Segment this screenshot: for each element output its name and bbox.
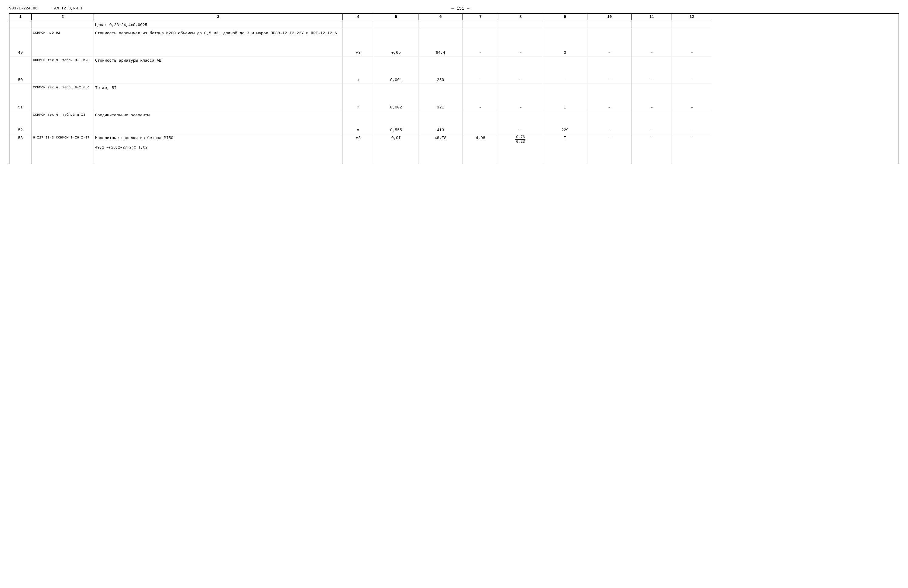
col-header-3: 3	[94, 14, 343, 20]
fraction-value: 0,76 0,23	[515, 135, 525, 144]
table-row: 53 6-I27 I3-3 ССНМСМ I-I6 I-I7 Монолитны…	[10, 133, 898, 164]
table-row: 5I ССНМСМ тех.ч. табл. 8-I п.6 То же, BI…	[10, 84, 898, 111]
doc-subtitle: .Ал.I2.3,кн.I	[52, 6, 82, 11]
table-row: 50 ССНМСМ тех.ч. табл. 3-I п.3 Стоимость…	[10, 56, 898, 84]
col-header-11: 11	[632, 14, 672, 20]
row-52-col11: –	[632, 111, 672, 133]
row-49-col7: –	[463, 29, 498, 56]
col-header-12: 12	[672, 14, 712, 20]
row-50-col7: –	[463, 56, 498, 84]
row-53-col8-fraction: 0,76 0,23	[498, 133, 543, 164]
row-53-col9: I	[543, 133, 588, 164]
row-49-col12: –	[672, 29, 712, 56]
row-52-col8: –	[498, 111, 543, 133]
row-51-num: 5I	[10, 84, 32, 111]
row-49-col11: –	[632, 29, 672, 56]
doc-number-left: 903-I-224.86 .Ал.I2.3,кн.I	[9, 6, 83, 11]
row-49-col10: –	[588, 29, 632, 56]
row-51-code: ССНМСМ тех.ч. табл. 8-I п.6	[32, 84, 94, 111]
row-51-col7: –	[463, 84, 498, 111]
row-51-col5: 0,002	[374, 84, 419, 111]
col-header-9: 9	[543, 14, 588, 20]
price-note-row: Цена: 0,23+24,4x0,0025	[10, 20, 898, 29]
row-53-col6: 48,I8	[419, 133, 463, 164]
row-52-unit: »	[343, 111, 374, 133]
row-51-col9: I	[543, 84, 588, 111]
row-49-unit: м3	[343, 29, 374, 56]
row-52-num: 52	[10, 111, 32, 133]
row-49-desc: Стоимость перемычек из бетона М200 объём…	[94, 29, 343, 56]
row-53-col5: 0,0I	[374, 133, 419, 164]
table-row: 49 ССНМСМ п.9-92 Стоимость перемычек из …	[10, 29, 898, 56]
row-53-num: 53	[10, 133, 32, 164]
fraction-top: 0,76	[515, 135, 525, 140]
row-50-code: ССНМСМ тех.ч. табл. 3-I п.3	[32, 56, 94, 84]
row-52-col6: 4I3	[419, 111, 463, 133]
row-52-desc: Соединительные элементы	[94, 111, 343, 133]
row-49-col9: 3	[543, 29, 588, 56]
row-50-desc: Стоимость арматуры класса АШ	[94, 56, 343, 84]
row-50-unit: т	[343, 56, 374, 84]
row-51-desc: То же, BI	[94, 84, 343, 111]
row-53-desc: Монолитные заделки из бетона МI50 49,2 –…	[94, 133, 343, 164]
row-49-col5: 0,05	[374, 29, 419, 56]
col-header-6: 6	[419, 14, 463, 20]
price-note: Цена: 0,23+24,4x0,0025	[94, 20, 343, 29]
col-header-10: 10	[588, 14, 632, 20]
row-50-num: 50	[10, 56, 32, 84]
row-52-col5: 0,555	[374, 111, 419, 133]
row-51-col12: –	[672, 84, 712, 111]
row-50-col12: –	[672, 56, 712, 84]
row-51-col8: –	[498, 84, 543, 111]
page-wrapper: 903-I-224.86 .Ал.I2.3,кн.I — 151 — 1 2 3…	[9, 6, 899, 164]
row-52-col12: –	[672, 111, 712, 133]
page-header: 903-I-224.86 .Ал.I2.3,кн.I — 151 —	[9, 6, 899, 11]
row-53-code: 6-I27 I3-3 ССНМСМ I-I6 I-I7	[32, 133, 94, 164]
row-50-col6: 250	[419, 56, 463, 84]
col-header-4: 4	[343, 14, 374, 20]
table-header: 1 2 3 4 5 6 7 8 9 10 11 12	[10, 14, 898, 20]
col-header-7: 7	[463, 14, 498, 20]
col-header-1: 1	[10, 14, 32, 20]
row-51-col11: –	[632, 84, 672, 111]
row-52-code: ССНМСМ тех.ч. табл.3 п.I3	[32, 111, 94, 133]
row-52-col7: –	[463, 111, 498, 133]
row-53-unit: м3	[343, 133, 374, 164]
fraction-bottom: 0,23	[515, 140, 525, 144]
table-row: 52 ССНМСМ тех.ч. табл.3 п.I3 Соединитель…	[10, 111, 898, 133]
row-49-col8: –	[498, 29, 543, 56]
row-51-unit: »	[343, 84, 374, 111]
row-50-col10: –	[588, 56, 632, 84]
row-50-col11: –	[632, 56, 672, 84]
row-53-col7: 4,98	[463, 133, 498, 164]
row-51-col6: 32I	[419, 84, 463, 111]
row-53-col11: –	[632, 133, 672, 164]
main-table: 1 2 3 4 5 6 7 8 9 10 11 12 Цена: 0,23+24…	[9, 13, 899, 164]
row-52-col10: –	[588, 111, 632, 133]
doc-number: 903-I-224.86	[9, 6, 38, 11]
row-50-col9: –	[543, 56, 588, 84]
row-50-col5: 0,001	[374, 56, 419, 84]
row-53-subnote: 49,2 –(28,2–27,2)x I,02	[95, 145, 341, 151]
row-53-col12: –	[672, 133, 712, 164]
row-49-code: ССНМСМ п.9-92	[32, 29, 94, 56]
row-50-col8: –	[498, 56, 543, 84]
col-header-2: 2	[32, 14, 94, 20]
col-header-8: 8	[498, 14, 543, 20]
row-53-col10: –	[588, 133, 632, 164]
row-51-col10: –	[588, 84, 632, 111]
row-49-col6: 64,4	[419, 29, 463, 56]
row-52-col9: 229	[543, 111, 588, 133]
row-49-num: 49	[10, 29, 32, 56]
page-number: — 151 —	[83, 6, 838, 11]
col-header-5: 5	[374, 14, 419, 20]
